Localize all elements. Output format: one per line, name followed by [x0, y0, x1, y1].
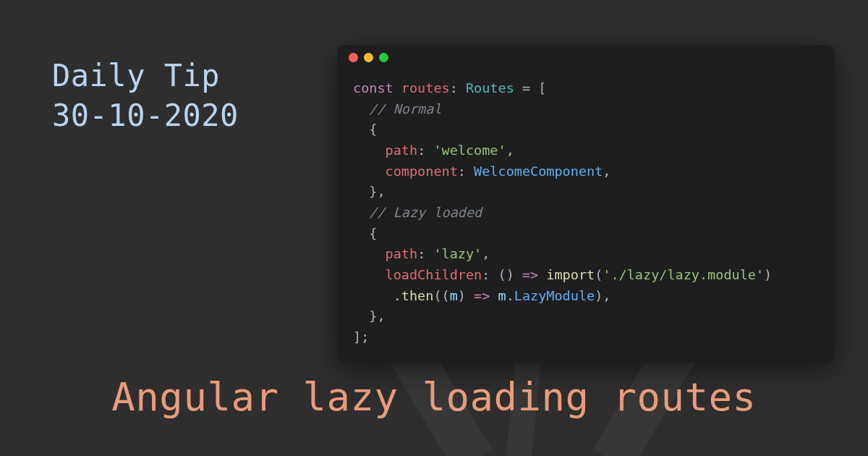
code-window: const routes: Routes = [ // Normal { pat… [337, 45, 835, 363]
code-block: const routes: Routes = [ // Normal { pat… [337, 69, 835, 363]
header-date: 30-10-2020 [52, 96, 239, 136]
header: Daily Tip 30-10-2020 [52, 56, 239, 135]
maximize-icon [379, 53, 388, 62]
header-title: Daily Tip [52, 56, 239, 96]
minimize-icon [364, 53, 373, 62]
main-title: Angular lazy loading routes [0, 374, 868, 420]
window-titlebar [337, 45, 835, 69]
close-icon [349, 53, 358, 62]
